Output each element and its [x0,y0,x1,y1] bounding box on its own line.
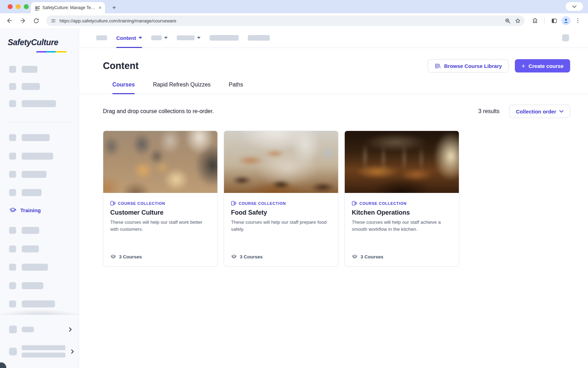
url-text: https://app.safetyculture.com/training/m… [59,18,501,23]
graduation-cap-icon [9,207,16,214]
card-customer-culture[interactable]: COURSE COLLECTION Customer Culture These… [103,131,218,266]
caret-down-icon [164,37,168,39]
back-button[interactable] [4,15,15,27]
collection-icon [231,201,236,206]
graduation-cap-icon [110,254,116,260]
card-description: These courses will help our staff prepar… [231,219,331,233]
caret-down-icon [139,37,142,39]
tab-courses[interactable]: Courses [112,82,135,94]
side-panel-button[interactable] [548,15,560,27]
sidebar-footer-item[interactable] [9,345,72,357]
forward-arrow-icon [19,17,26,24]
close-tab-icon[interactable]: × [98,5,102,11]
graduation-cap-icon [231,254,237,260]
sidebar-skeleton-item [9,100,56,107]
card-description: These courses will help our staff work b… [110,219,210,233]
course-count: 3 Courses [352,254,452,260]
maximize-window-button[interactable] [24,4,29,9]
content-tabs: Courses Rapid Refresh Quizzes Paths [79,82,588,94]
sidebar-skeleton-item [9,171,47,178]
collection-icon [352,201,357,206]
extensions-puzzle-icon [532,18,538,24]
sidebar-skeleton-item [9,189,42,196]
logo-gradient-underline [36,51,67,53]
plus-icon: + [522,63,525,69]
tab-title: SafetyCulture: Manage Teams and... [42,5,96,10]
sidebar-skeleton-item [9,66,37,73]
sidebar-skeleton-item [9,264,48,271]
card-title: Kitchen Operations [352,209,452,216]
sidebar-footer-divider [0,314,79,315]
toolbar-divider [544,17,545,24]
browse-course-library-button[interactable]: Browse Course Library [428,59,509,72]
collection-order-button[interactable]: Collection order [509,105,570,118]
site-info-icon[interactable] [50,18,56,24]
bar-interior-photo [345,131,459,193]
browser-titlebar: SC SafetyCulture: Manage Teams and... × … [0,0,588,13]
chevron-right-icon [70,349,75,354]
course-count: 3 Courses [231,254,331,260]
page-title: Content [103,61,139,71]
collection-icon [110,201,115,206]
card-title: Customer Culture [110,209,210,216]
minimize-window-button[interactable] [16,4,21,9]
sidebar-footer-shadow [0,310,79,314]
sidebar-footer-item[interactable] [9,326,72,333]
extensions-button[interactable] [529,15,541,27]
sidebar-skeleton-item [9,300,55,307]
main-panel: Content Content Browse Course Library [79,28,588,368]
course-collection-eyebrow: COURSE COLLECTION [231,201,331,206]
sidebar: SafetyCulture Training [0,28,79,368]
graduation-cap-icon [352,254,358,260]
card-description: These courses will help our staff achiev… [352,219,452,233]
reorder-hint: Drag and drop course collections to re-o… [103,108,214,114]
safetyculture-favicon: SC [35,6,40,10]
sidebar-divider [8,122,70,123]
kebab-menu-icon [575,18,581,24]
nav-skeleton-item [210,28,239,48]
sidebar-item-training[interactable]: Training [9,207,41,214]
bookmark-star-icon[interactable] [514,18,521,24]
sidebar-item-label: Training [20,207,41,213]
course-count: 3 Courses [110,254,210,260]
button-label: Browse Course Library [444,63,502,69]
nav-item-label: Content [116,35,136,41]
reload-button[interactable] [30,15,42,27]
course-collection-eyebrow: COURSE COLLECTION [110,201,210,206]
browser-toolbar: https://app.safetyculture.com/training/m… [0,13,588,28]
close-window-button[interactable] [8,4,13,9]
address-bar[interactable]: https://app.safetyculture.com/training/m… [46,15,525,26]
tab-search-chevron-button[interactable] [566,2,583,11]
browser-menu-button[interactable] [572,15,584,27]
library-books-icon [434,63,441,69]
reload-icon [33,18,40,24]
tab-paths[interactable]: Paths [229,82,243,94]
create-course-button[interactable]: + Create course [515,59,570,72]
caret-down-icon [197,37,201,39]
restaurant-diners-photo [103,131,217,193]
results-count: 3 results [478,108,499,114]
course-collection-grid: COURSE COLLECTION Customer Culture These… [79,131,588,266]
chat-widget-corner[interactable] [0,362,6,368]
nav-item-content[interactable]: Content [116,28,142,48]
secondary-nav: Content [79,28,588,48]
card-food-safety[interactable]: COURSE COLLECTION Food Safety These cour… [224,131,338,266]
profile-avatar[interactable] [561,16,570,25]
nav-skeleton-item [177,28,201,48]
nav-skeleton-square [562,34,569,41]
new-tab-button[interactable]: + [110,4,118,12]
sidebar-skeleton-item [9,153,53,160]
sidebar-skeleton-item [9,83,40,90]
zoom-icon[interactable] [504,18,511,24]
nav-skeleton-item [151,28,168,48]
card-kitchen-operations[interactable]: COURSE COLLECTION Kitchen Operations The… [344,131,459,266]
forward-button[interactable] [17,15,29,27]
nav-skeleton-item [96,28,107,48]
course-collection-eyebrow: COURSE COLLECTION [352,201,452,206]
side-panel-icon [551,18,558,24]
card-title: Food Safety [231,209,331,216]
browser-window: SC SafetyCulture: Manage Teams and... × … [0,0,588,368]
sidebar-skeleton-item [9,134,50,141]
tab-rapid-refresh-quizzes[interactable]: Rapid Refresh Quizzes [153,82,211,94]
browser-tab[interactable]: SC SafetyCulture: Manage Teams and... × [31,2,105,13]
